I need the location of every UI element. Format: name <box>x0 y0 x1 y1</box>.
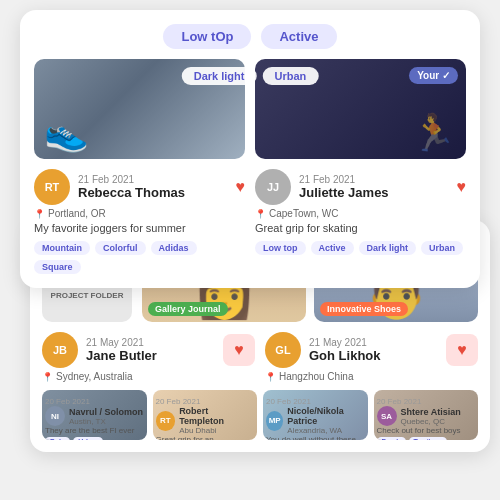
mini-thumb-4: 20 Feb 2021 SA Shtere Atisian Quebec, QC… <box>374 390 479 440</box>
heart-box-1[interactable]: ♥ <box>223 334 255 366</box>
mini-loc-2: Abu Dhabi <box>179 426 254 435</box>
bottom-user-row: JB 21 May 2021 Jane Butler ♥ 📍 Sydney, A… <box>42 332 478 382</box>
small-tag-lowtop2[interactable]: Low top <box>255 241 306 255</box>
mini-desc-1: They are the best FI ever <box>45 426 144 435</box>
mini-name-4: Shtere Atisian <box>401 407 461 417</box>
bottom-user-name-2: Goh Likhok <box>309 348 438 363</box>
tag-active[interactable]: Active <box>261 24 336 49</box>
bottom-user-meta-1: 21 May 2021 Jane Butler <box>86 337 215 363</box>
avatar-rt: RT <box>34 169 70 205</box>
user-desc-1: My favorite joggers for summer <box>34 222 245 234</box>
bottom-user-location-1: 📍 Sydney, Australia <box>42 371 255 382</box>
heart-box-2[interactable]: ♥ <box>446 334 478 366</box>
top-card: Low tOp Active 👟 🏃 Your ✓ Dark light Urb… <box>20 10 480 288</box>
pin-icon-2: 📍 <box>255 209 266 219</box>
bottom-user-location-2: 📍 Hangzhou China <box>265 371 478 382</box>
mini-loc-3: Alexandria, WA <box>287 426 364 435</box>
bottom-user-header-2: GL 21 May 2021 Goh Likhok ♥ <box>265 332 478 368</box>
overlay-tags: Dark light Urban <box>182 67 319 85</box>
small-tag-active2[interactable]: Active <box>311 241 354 255</box>
mini-loc-1: Austin, TX <box>69 417 143 426</box>
mini-thumb-1: 20 Feb 2021 NI Navrul / Solomon Austin, … <box>42 390 147 440</box>
mini-desc-3: You do well without these shoes <box>266 435 365 440</box>
bottom-user-card-2: GL 21 May 2021 Goh Likhok ♥ 📍 Hangzhou C… <box>265 332 478 382</box>
mini-tag-4a[interactable]: Fresh <box>377 437 406 440</box>
user-name-1: Rebecca Thomas <box>78 185 228 200</box>
small-tag-darklight2[interactable]: Dark light <box>359 241 417 255</box>
user-row: RT 21 Feb 2021 Rebecca Thomas ♥ 📍 Portla… <box>34 169 466 274</box>
runner-emoji: 🏃 <box>411 112 456 154</box>
user-date-2: 21 Feb 2021 <box>299 174 449 185</box>
user-meta-1: 21 Feb 2021 Rebecca Thomas <box>78 174 228 200</box>
folder-label: PROJECT FOLDER <box>51 291 124 300</box>
user-date-1: 21 Feb 2021 <box>78 174 228 185</box>
small-tag-square[interactable]: Square <box>34 260 81 274</box>
avatar-gl: GL <box>265 332 301 368</box>
mini-avatar-3: MP <box>266 411 283 431</box>
your-badge: Your ✓ <box>409 67 458 84</box>
mini-desc-4: Check out for best boys <box>377 426 476 435</box>
profile-action-badge-female[interactable]: Gallery Journal <box>148 302 228 316</box>
heart-button-1[interactable]: ♥ <box>236 178 246 196</box>
mini-tag-1a[interactable]: Polo <box>45 437 70 440</box>
mini-tags-4: Fresh Territory <box>377 437 476 440</box>
mini-name-3: Nicole/Nikola Patrice <box>287 406 364 426</box>
user-card-1: RT 21 Feb 2021 Rebecca Thomas ♥ 📍 Portla… <box>34 169 245 274</box>
overlay-tag-urban[interactable]: Urban <box>262 67 318 85</box>
overlay-tag-darklight[interactable]: Dark light <box>182 67 257 85</box>
bottom-user-meta-2: 21 May 2021 Goh Likhok <box>309 337 438 363</box>
mini-desc-2: Great grip for an examination <box>156 435 255 440</box>
user-header-2: JJ 21 Feb 2021 Juliette James ♥ <box>255 169 466 205</box>
mini-avatar-1: NI <box>45 406 65 426</box>
user-name-2: Juliette James <box>299 185 449 200</box>
mini-date-4: 20 Feb 2021 <box>377 397 476 406</box>
pin-icon-3: 📍 <box>42 372 53 382</box>
small-tag-mountain[interactable]: Mountain <box>34 241 90 255</box>
shoe-emoji: 👟 <box>44 112 89 154</box>
small-tag-adidas[interactable]: Adidas <box>151 241 197 255</box>
mini-date-2: 20 Feb 2021 <box>156 397 255 406</box>
top-tags-row: Low tOp Active <box>34 24 466 49</box>
user-location-2: 📍 CapeTown, WC <box>255 208 466 219</box>
mini-date-1: 20 Feb 2021 <box>45 397 144 406</box>
bottom-user-date-2: 21 May 2021 <box>309 337 438 348</box>
mini-avatar-4: SA <box>377 406 397 426</box>
mini-avatar-2: RT <box>156 411 176 431</box>
mini-thumb-2: 20 Feb 2021 RT Robert Templeton Abu Dhab… <box>153 390 258 440</box>
mini-tags-1: Polo Urban <box>45 437 144 440</box>
mini-name-1: Navrul / Solomon <box>69 407 143 417</box>
mini-loc-4: Quebec, QC <box>401 417 461 426</box>
user-location-1: 📍 Portland, OR <box>34 208 245 219</box>
avatar-jj: JJ <box>255 169 291 205</box>
mini-date-3: 20 Feb 2021 <box>266 397 365 406</box>
user-meta-2: 21 Feb 2021 Juliette James <box>299 174 449 200</box>
user-tags-1: Mountain Colorful Adidas Square <box>34 241 245 274</box>
tag-lowtop[interactable]: Low tOp <box>163 24 251 49</box>
user-header-1: RT 21 Feb 2021 Rebecca Thomas ♥ <box>34 169 245 205</box>
user-desc-2: Great grip for skating <box>255 222 466 234</box>
user-card-2: JJ 21 Feb 2021 Juliette James ♥ 📍 CapeTo… <box>255 169 466 274</box>
small-tag-urban2[interactable]: Urban <box>421 241 463 255</box>
mini-name-2: Robert Templeton <box>179 406 254 426</box>
bottom-user-name-1: Jane Butler <box>86 348 215 363</box>
bottom-user-header-1: JB 21 May 2021 Jane Butler ♥ <box>42 332 255 368</box>
avatar-jb: JB <box>42 332 78 368</box>
mini-tag-4b[interactable]: Territory <box>409 437 447 440</box>
pin-icon-1: 📍 <box>34 209 45 219</box>
mini-thumb-3: 20 Feb 2021 MP Nicole/Nikola Patrice Ale… <box>263 390 368 440</box>
bottom-user-date-1: 21 May 2021 <box>86 337 215 348</box>
mini-tag-1b[interactable]: Urban <box>73 437 103 440</box>
user-tags-2: Low top Active Dark light Urban <box>255 241 466 255</box>
profile-action-badge-male[interactable]: Innovative Shoes <box>320 302 408 316</box>
mini-thumb-row: 20 Feb 2021 NI Navrul / Solomon Austin, … <box>42 390 478 440</box>
top-images-row: 👟 🏃 Your ✓ Dark light Urban <box>34 59 466 159</box>
pin-icon-4: 📍 <box>265 372 276 382</box>
bottom-user-card-1: JB 21 May 2021 Jane Butler ♥ 📍 Sydney, A… <box>42 332 255 382</box>
small-tag-colorful[interactable]: Colorful <box>95 241 146 255</box>
heart-button-2[interactable]: ♥ <box>457 178 467 196</box>
